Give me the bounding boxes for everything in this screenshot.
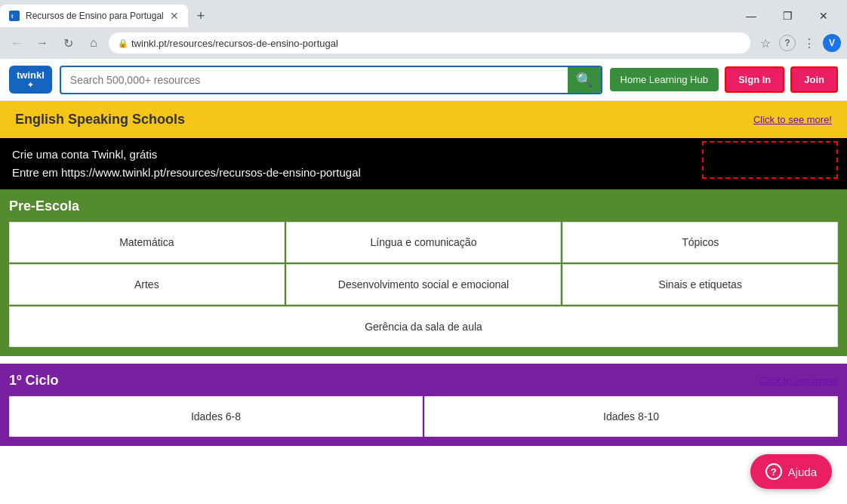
help-icon: ? <box>765 463 782 480</box>
browser-tab[interactable]: t Recursos de Ensino para Portugal ✕ <box>0 5 188 27</box>
window-controls: — ❐ ✕ <box>734 5 847 27</box>
lock-icon: 🔒 <box>118 38 128 48</box>
list-item[interactable]: Gerência da sala de aula <box>9 306 838 347</box>
forward-btn[interactable]: → <box>32 32 53 54</box>
pre-escola-section: Pre-Escola Matemática Língua e comunicaç… <box>0 189 847 356</box>
tab-close-btn[interactable]: ✕ <box>170 10 179 22</box>
search-input[interactable] <box>61 74 568 86</box>
nav-buttons: Home Learning Hub Sign In ↑ Join ↑ <box>610 66 838 93</box>
banner-title: English Speaking Schools <box>15 112 185 128</box>
help-label: Ajuda <box>788 466 817 478</box>
twinkl-navbar: twinkl ✦ 🔍 Home Learning Hub Sign In ↑ J… <box>0 59 847 101</box>
list-item[interactable]: Tópicos <box>562 222 838 263</box>
list-item[interactable]: Idades 6-8 <box>9 396 423 437</box>
list-item[interactable]: Matemática <box>9 222 285 263</box>
bookmark-btn[interactable]: ☆ <box>755 32 776 54</box>
home-learning-button[interactable]: Home Learning Hub <box>610 68 719 91</box>
profile-avatar[interactable]: V <box>823 34 841 52</box>
pre-escola-row2: Artes Desenvolvimento social e emocional… <box>9 264 838 305</box>
close-btn[interactable]: ✕ <box>806 5 841 27</box>
extensions-btn[interactable]: ⋮ <box>799 32 820 54</box>
list-item[interactable]: Língua e comunicação <box>286 222 562 263</box>
minimize-btn[interactable]: — <box>734 5 768 27</box>
list-item[interactable]: Idades 8-10 <box>424 396 838 437</box>
new-tab-btn[interactable]: + <box>191 8 211 24</box>
help-button[interactable]: ? Ajuda <box>750 454 832 489</box>
tab-title: Recursos de Ensino para Portugal <box>26 11 164 21</box>
tab-favicon: t <box>9 11 20 21</box>
search-icon: 🔍 <box>576 72 593 88</box>
home-browser-btn[interactable]: ⌂ <box>83 32 104 54</box>
search-button[interactable]: 🔍 <box>568 66 601 94</box>
logo-star: ✦ <box>27 81 33 89</box>
list-item[interactable]: Sinais e etiquetas <box>562 264 838 305</box>
maximize-btn[interactable]: ❐ <box>770 5 805 27</box>
pre-escola-title: Pre-Escola <box>9 198 79 214</box>
banner-click-more[interactable]: Click to see more! <box>753 114 832 125</box>
yellow-banner: English Speaking Schools Click to see mo… <box>0 101 847 138</box>
back-btn[interactable]: ← <box>6 32 27 54</box>
list-item[interactable]: Artes <box>9 264 285 305</box>
help-browser-btn[interactable]: ? <box>779 35 796 51</box>
ciclo-section: 1º Ciclo Click to see more! Idades 6-8 I… <box>0 364 847 446</box>
url-text: twinkl.pt/resources/recursos-de-ensino-p… <box>131 38 338 49</box>
search-bar: 🔍 <box>60 66 602 94</box>
logo-text: twinkl <box>17 70 45 81</box>
pre-escola-row1: Matemática Língua e comunicação Tópicos <box>9 222 838 263</box>
page-content: twinkl ✦ 🔍 Home Learning Hub Sign In ↑ J… <box>0 59 847 504</box>
refresh-btn[interactable]: ↻ <box>57 32 79 54</box>
twinkl-logo[interactable]: twinkl ✦ <box>9 66 52 94</box>
ciclo-title: 1º Ciclo <box>9 373 59 389</box>
ciclo-click-more[interactable]: Click to see more! <box>759 375 838 386</box>
ciclo-grid: Idades 6-8 Idades 8-10 <box>9 396 838 437</box>
tooltip-overlay: Crie uma conta Twinkl, grátis Entre em h… <box>0 138 847 189</box>
tooltip-red-border <box>702 141 838 179</box>
address-bar[interactable]: 🔒 twinkl.pt/resources/recursos-de-ensino… <box>109 32 750 54</box>
list-item[interactable]: Desenvolvimento social e emocional <box>286 264 562 305</box>
join-button[interactable]: Join <box>790 66 838 93</box>
sign-in-button[interactable]: Sign In <box>725 66 784 93</box>
